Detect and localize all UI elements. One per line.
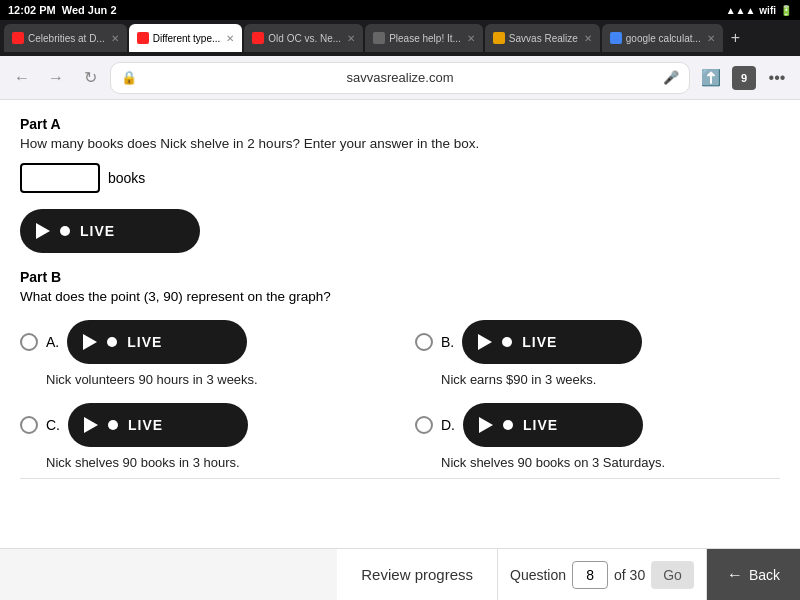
tab-savvas[interactable]: Savvas Realize ✕	[485, 24, 600, 52]
live-button-option-a[interactable]: LIVE	[67, 320, 247, 364]
option-c-text: Nick shelves 90 books in 3 hours.	[46, 455, 385, 470]
option-a: A. LIVE Nick volunteers 90 hours in 3 we…	[20, 320, 385, 387]
play-icon-a	[83, 334, 97, 350]
question-nav: Question of 30 Go	[498, 549, 707, 600]
tab-old-oc[interactable]: Old OC vs. Ne... ✕	[244, 24, 363, 52]
radio-a[interactable]	[20, 333, 38, 351]
tab-label: Different type...	[153, 33, 221, 44]
tab-close[interactable]: ✕	[347, 33, 355, 44]
part-b-section: Part B What does the point (3, 90) repre…	[20, 269, 780, 470]
tab-label: Savvas Realize	[509, 33, 578, 44]
url-actions: ⬆️ 9 •••	[696, 63, 792, 93]
tab-close[interactable]: ✕	[226, 33, 234, 44]
option-b-letter: B.	[441, 334, 454, 350]
part-a-section: Part A How many books does Nick shelve i…	[20, 116, 780, 253]
part-a-label: Part A	[20, 116, 780, 132]
tabs-count[interactable]: 9	[732, 66, 756, 90]
url-text: savvasrealize.com	[143, 70, 657, 85]
live-text-a: LIVE	[127, 334, 162, 350]
content-divider	[20, 478, 780, 479]
live-dot-c	[108, 420, 118, 430]
option-c: C. LIVE Nick shelves 90 books in 3 hours…	[20, 403, 385, 470]
address-bar: ← → ↻ 🔒 savvasrealize.com 🎤 ⬆️ 9 •••	[0, 56, 800, 100]
option-b-text: Nick earns $90 in 3 weeks.	[441, 372, 780, 387]
status-time: 12:02 PM	[8, 4, 56, 16]
option-a-letter: A.	[46, 334, 59, 350]
share-button[interactable]: ⬆️	[696, 63, 726, 93]
tab-close[interactable]: ✕	[584, 33, 592, 44]
new-tab-button[interactable]: +	[725, 29, 746, 47]
radio-c[interactable]	[20, 416, 38, 434]
back-arrow-icon: ←	[727, 566, 743, 584]
tab-label: Old OC vs. Ne...	[268, 33, 341, 44]
tab-close[interactable]: ✕	[111, 33, 119, 44]
status-date: Wed Jun 2	[62, 4, 117, 16]
mc-options-grid: A. LIVE Nick volunteers 90 hours in 3 we…	[20, 320, 780, 470]
option-d: D. LIVE Nick shelves 90 books on 3 Satur…	[415, 403, 780, 470]
tab-celebrities[interactable]: Celebrities at D... ✕	[4, 24, 127, 52]
live-text-d: LIVE	[523, 417, 558, 433]
battery-icon: 🔋	[780, 5, 792, 16]
wifi-icon: wifi	[759, 5, 776, 16]
go-button[interactable]: Go	[651, 561, 694, 589]
signal-icon: ▲▲▲	[726, 5, 756, 16]
play-icon-b	[478, 334, 492, 350]
back-nav-button[interactable]: ←	[8, 64, 36, 92]
option-b: B. LIVE Nick earns $90 in 3 weeks.	[415, 320, 780, 387]
lock-icon: 🔒	[121, 70, 137, 85]
play-icon-c	[84, 417, 98, 433]
status-bar: 12:02 PM Wed Jun 2 ▲▲▲ wifi 🔋	[0, 0, 800, 20]
option-d-letter: D.	[441, 417, 455, 433]
option-a-text: Nick volunteers 90 hours in 3 weeks.	[46, 372, 385, 387]
live-button-a[interactable]: LIVE	[20, 209, 200, 253]
live-text-b: LIVE	[522, 334, 557, 350]
option-a-header: A. LIVE	[20, 320, 385, 364]
live-dot-d	[503, 420, 513, 430]
live-dot-a	[107, 337, 117, 347]
part-b-label: Part B	[20, 269, 780, 285]
play-icon	[36, 223, 50, 239]
option-b-header: B. LIVE	[415, 320, 780, 364]
radio-d[interactable]	[415, 416, 433, 434]
live-button-option-b[interactable]: LIVE	[462, 320, 642, 364]
refresh-button[interactable]: ↻	[76, 64, 104, 92]
radio-b[interactable]	[415, 333, 433, 351]
answer-input[interactable]	[20, 163, 100, 193]
mic-icon[interactable]: 🎤	[663, 70, 679, 85]
option-c-letter: C.	[46, 417, 60, 433]
live-dot	[60, 226, 70, 236]
tab-favicon	[137, 32, 149, 44]
tab-different-type[interactable]: Different type... ✕	[129, 24, 243, 52]
option-c-header: C. LIVE	[20, 403, 385, 447]
review-progress-button[interactable]: Review progress	[337, 549, 498, 600]
play-icon-d	[479, 417, 493, 433]
tab-favicon	[493, 32, 505, 44]
of-total: of 30	[614, 567, 645, 583]
page-content: Part A How many books does Nick shelve i…	[0, 100, 800, 548]
tab-google-calc[interactable]: google calculat... ✕	[602, 24, 723, 52]
tab-favicon	[12, 32, 24, 44]
more-options-button[interactable]: •••	[762, 63, 792, 93]
part-a-question: How many books does Nick shelve in 2 hou…	[20, 136, 780, 151]
tab-bar: Celebrities at D... ✕ Different type... …	[0, 20, 800, 56]
tab-please-help[interactable]: Please help! It... ✕	[365, 24, 483, 52]
back-button-label: Back	[749, 567, 780, 583]
question-label: Question	[510, 567, 566, 583]
tab-favicon	[252, 32, 264, 44]
question-num-input[interactable]	[572, 561, 608, 589]
live-button-option-c[interactable]: LIVE	[68, 403, 248, 447]
live-text: LIVE	[80, 223, 115, 239]
tab-close[interactable]: ✕	[707, 33, 715, 44]
forward-nav-button[interactable]: →	[42, 64, 70, 92]
back-button[interactable]: ← Back	[707, 549, 800, 600]
tab-label: Please help! It...	[389, 33, 461, 44]
live-button-option-d[interactable]: LIVE	[463, 403, 643, 447]
bottom-bar: Review progress Question of 30 Go ← Back	[0, 548, 800, 600]
tab-label: google calculat...	[626, 33, 701, 44]
tab-favicon	[610, 32, 622, 44]
live-text-c: LIVE	[128, 417, 163, 433]
url-bar[interactable]: 🔒 savvasrealize.com 🎤	[110, 62, 690, 94]
option-d-text: Nick shelves 90 books on 3 Saturdays.	[441, 455, 780, 470]
tab-close[interactable]: ✕	[467, 33, 475, 44]
part-b-question: What does the point (3, 90) represent on…	[20, 289, 780, 304]
